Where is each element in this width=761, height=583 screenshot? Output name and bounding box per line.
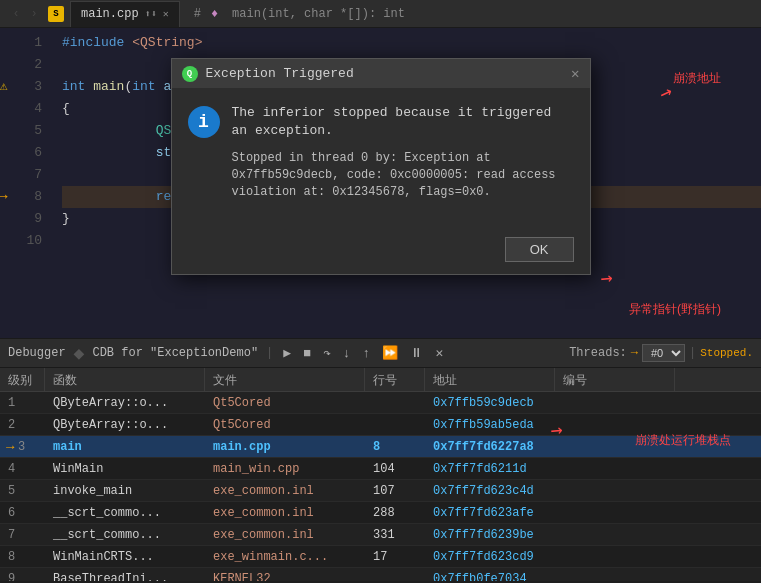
nav-back-button[interactable]: ‹ bbox=[8, 6, 24, 22]
cell-line: 107 bbox=[365, 480, 425, 501]
dialog-title-bar: Q Exception Triggered ✕ bbox=[172, 59, 590, 88]
cell-level: 1 bbox=[0, 392, 45, 413]
dialog-close-button[interactable]: ✕ bbox=[571, 65, 579, 82]
cell-num bbox=[555, 458, 675, 479]
col-header-num: 编号 bbox=[555, 368, 675, 391]
cell-func: invoke_main bbox=[45, 480, 205, 501]
cell-addr: 0x7ffb0fe7034 bbox=[425, 568, 555, 581]
col-header-func: 函数 bbox=[45, 368, 205, 391]
cell-line: 8 bbox=[365, 436, 425, 457]
func-diamond-icon: ♦ bbox=[211, 7, 218, 21]
debugger-label: Debugger bbox=[8, 346, 66, 360]
cell-func: QByteArray::o... bbox=[45, 392, 205, 413]
dbg-btn-3[interactable]: ↷ bbox=[321, 345, 333, 361]
func-signature: main(int, char *[]): int bbox=[232, 7, 405, 21]
col-header-line: 行号 bbox=[365, 368, 425, 391]
cell-addr: 0x7ffb59ab5eda bbox=[425, 414, 555, 435]
cell-line bbox=[365, 414, 425, 435]
cell-num bbox=[555, 546, 675, 567]
dbg-btn-1[interactable]: ▶ bbox=[281, 345, 293, 361]
nav-buttons: ‹ › bbox=[8, 6, 42, 22]
col-header-file: 文件 bbox=[205, 368, 365, 391]
cell-func: QByteArray::o... bbox=[45, 414, 205, 435]
cell-level: 6 bbox=[0, 502, 45, 523]
editor-tab[interactable]: main.cpp ⬆⬇ ✕ bbox=[70, 1, 180, 27]
dialog-title-left: Q Exception Triggered bbox=[182, 66, 354, 82]
qt-icon: Q bbox=[182, 66, 198, 82]
table-row[interactable]: 8 WinMainCRTS... exe_winmain.c... 17 0x7… bbox=[0, 546, 761, 568]
toolbar-separator-3: | bbox=[689, 346, 696, 360]
dialog-content-row: i The inferior stopped because it trigge… bbox=[188, 104, 574, 201]
cell-func: WinMainCRTS... bbox=[45, 546, 205, 567]
cdb-label: CDB for "ExceptionDemo" bbox=[92, 346, 258, 360]
stopped-badge: Stopped. bbox=[700, 347, 753, 359]
cell-file: KERNEL32 bbox=[205, 568, 365, 581]
cell-num bbox=[555, 524, 675, 545]
col-header-level: 级别 bbox=[0, 368, 45, 391]
table-row[interactable]: 1 QByteArray::o... Qt5Cored 0x7ffb59c9de… bbox=[0, 392, 761, 414]
annotation-wild-ptr: 异常指针(野指针) bbox=[629, 301, 721, 318]
active-row-arrow-icon: → bbox=[6, 439, 14, 455]
exception-dialog: Q Exception Triggered ✕ i The inferior s… bbox=[171, 58, 591, 275]
cell-addr: 0x7ff7fd6239be bbox=[425, 524, 555, 545]
table-body: 1 QByteArray::o... Qt5Cored 0x7ffb59c9de… bbox=[0, 392, 761, 581]
debugger-toolbar: Debugger ◆ CDB for "ExceptionDemo" | ▶ ■… bbox=[0, 338, 761, 368]
dbg-btn-8[interactable]: ✕ bbox=[433, 345, 445, 361]
cell-line: 17 bbox=[365, 546, 425, 567]
code-editor: 1 2 ⚠ 3 4 5 6 7 → 8 9 10 #include <QStri… bbox=[0, 28, 761, 338]
dialog-main-text: The inferior stopped because it triggere… bbox=[232, 104, 574, 140]
table-row[interactable]: 9 BaseThreadIni... KERNEL32 0x7ffb0fe703… bbox=[0, 568, 761, 581]
ok-button[interactable]: OK bbox=[505, 237, 574, 262]
tab-arrows: ⬆⬇ bbox=[145, 8, 157, 20]
hash-separator: # bbox=[194, 7, 201, 21]
cell-level: 9 bbox=[0, 568, 45, 581]
dbg-btn-4[interactable]: ↓ bbox=[341, 346, 353, 361]
title-bar: ‹ › S main.cpp ⬆⬇ ✕ # ♦ main(int, char *… bbox=[0, 0, 761, 28]
cell-func: BaseThreadIni... bbox=[45, 568, 205, 581]
dialog-overlay: Q Exception Triggered ✕ i The inferior s… bbox=[0, 28, 761, 338]
table-row[interactable]: 6 __scrt_commo... exe_common.inl 288 0x7… bbox=[0, 502, 761, 524]
toolbar-separator-1: ◆ bbox=[74, 342, 85, 364]
threads-control: Threads: → #0 | Stopped. bbox=[569, 344, 753, 362]
threads-label: Threads: bbox=[569, 346, 627, 360]
dbg-btn-2[interactable]: ■ bbox=[301, 346, 313, 361]
table-row[interactable]: 7 __scrt_commo... exe_common.inl 331 0x7… bbox=[0, 524, 761, 546]
cell-num bbox=[555, 502, 675, 523]
cell-level: 5 bbox=[0, 480, 45, 501]
table-row[interactable]: 5 invoke_main exe_common.inl 107 0x7ff7f… bbox=[0, 480, 761, 502]
dialog-footer: OK bbox=[172, 229, 590, 274]
thread-selector[interactable]: #0 bbox=[642, 344, 685, 362]
nav-forward-button[interactable]: › bbox=[26, 6, 42, 22]
file-type-icon: S bbox=[48, 6, 64, 22]
dialog-detail-text: Stopped in thread 0 by: Exception at 0x7… bbox=[232, 150, 574, 200]
cell-line bbox=[365, 568, 425, 581]
cell-addr: 0x7ff7fd623cd9 bbox=[425, 546, 555, 567]
cell-file: exe_common.inl bbox=[205, 524, 365, 545]
cell-file: exe_common.inl bbox=[205, 480, 365, 501]
dbg-btn-7[interactable]: ⏸ bbox=[408, 346, 425, 361]
info-icon: i bbox=[188, 106, 220, 138]
dbg-btn-6[interactable]: ⏩ bbox=[380, 345, 400, 361]
cell-file: Qt5Cored bbox=[205, 392, 365, 413]
cell-level: 4 bbox=[0, 458, 45, 479]
dbg-btn-5[interactable]: ↑ bbox=[361, 346, 373, 361]
cell-func: WinMain bbox=[45, 458, 205, 479]
cell-level: 2 bbox=[0, 414, 45, 435]
tab-close-icon[interactable]: ✕ bbox=[163, 8, 169, 20]
debugger-section: Debugger ◆ CDB for "ExceptionDemo" | ▶ ■… bbox=[0, 338, 761, 581]
cell-addr: 0x7ff7fd6211d bbox=[425, 458, 555, 479]
cell-num bbox=[555, 480, 675, 501]
toolbar-separator-2: | bbox=[266, 346, 273, 360]
cell-func: main bbox=[45, 436, 205, 457]
cell-addr: 0x7ff7fd623c4d bbox=[425, 480, 555, 501]
tab-filename: main.cpp bbox=[81, 7, 139, 21]
table-row[interactable]: 4 WinMain main_win.cpp 104 0x7ff7fd6211d bbox=[0, 458, 761, 480]
cell-file: Qt5Cored bbox=[205, 414, 365, 435]
cell-addr: 0x7ffb59c9decb bbox=[425, 392, 555, 413]
cell-func: __scrt_commo... bbox=[45, 502, 205, 523]
cell-line bbox=[365, 392, 425, 413]
cell-addr: 0x7ff7fd623afe bbox=[425, 502, 555, 523]
annotation-crash-addr: 崩溃地址 bbox=[673, 70, 721, 87]
dialog-body: i The inferior stopped because it trigge… bbox=[172, 88, 590, 229]
cell-file: main_win.cpp bbox=[205, 458, 365, 479]
